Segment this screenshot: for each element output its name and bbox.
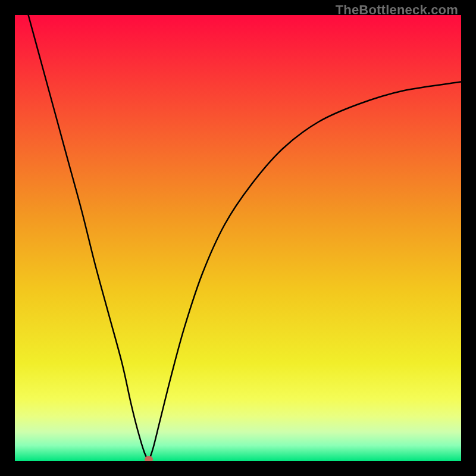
curve-left-branch xyxy=(29,15,149,461)
watermark-text: TheBottleneck.com xyxy=(336,2,458,18)
chart-frame: TheBottleneck.com xyxy=(0,0,476,476)
bottleneck-curve xyxy=(15,15,461,461)
plot-area xyxy=(15,15,461,461)
curve-right-branch xyxy=(149,82,461,462)
optimal-point-marker xyxy=(145,456,153,461)
